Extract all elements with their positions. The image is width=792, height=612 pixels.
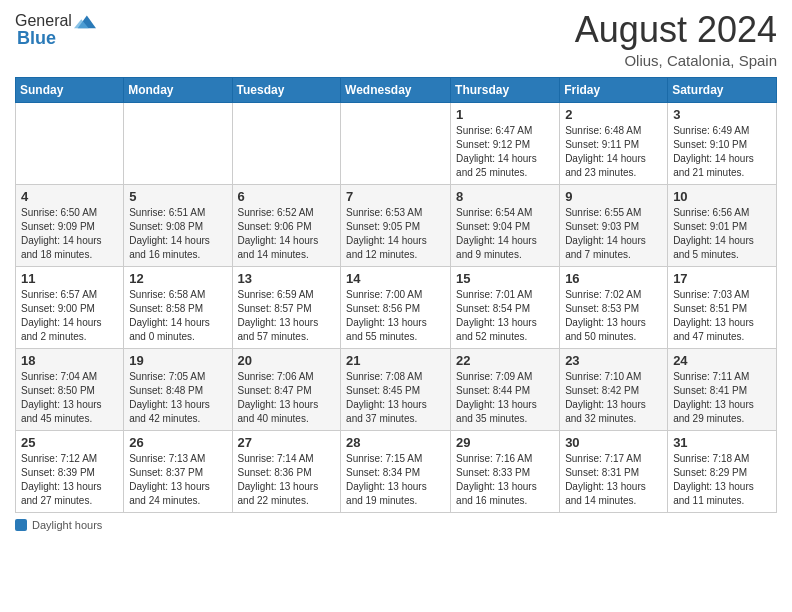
day-number: 25 <box>21 435 118 450</box>
calendar-cell: 25Sunrise: 7:12 AM Sunset: 8:39 PM Dayli… <box>16 430 124 512</box>
calendar-header-row: SundayMondayTuesdayWednesdayThursdayFrid… <box>16 77 777 102</box>
day-info: Sunrise: 6:59 AM Sunset: 8:57 PM Dayligh… <box>238 288 336 344</box>
day-number: 4 <box>21 189 118 204</box>
day-info: Sunrise: 7:15 AM Sunset: 8:34 PM Dayligh… <box>346 452 445 508</box>
calendar-cell: 10Sunrise: 6:56 AM Sunset: 9:01 PM Dayli… <box>668 184 777 266</box>
calendar-cell <box>124 102 232 184</box>
calendar-week-row: 4Sunrise: 6:50 AM Sunset: 9:09 PM Daylig… <box>16 184 777 266</box>
day-info: Sunrise: 6:56 AM Sunset: 9:01 PM Dayligh… <box>673 206 771 262</box>
calendar-cell: 15Sunrise: 7:01 AM Sunset: 8:54 PM Dayli… <box>451 266 560 348</box>
day-info: Sunrise: 7:14 AM Sunset: 8:36 PM Dayligh… <box>238 452 336 508</box>
day-number: 11 <box>21 271 118 286</box>
calendar-cell: 4Sunrise: 6:50 AM Sunset: 9:09 PM Daylig… <box>16 184 124 266</box>
calendar-week-row: 18Sunrise: 7:04 AM Sunset: 8:50 PM Dayli… <box>16 348 777 430</box>
calendar-cell: 28Sunrise: 7:15 AM Sunset: 8:34 PM Dayli… <box>341 430 451 512</box>
calendar-week-row: 25Sunrise: 7:12 AM Sunset: 8:39 PM Dayli… <box>16 430 777 512</box>
calendar-cell: 23Sunrise: 7:10 AM Sunset: 8:42 PM Dayli… <box>560 348 668 430</box>
day-number: 19 <box>129 353 226 368</box>
calendar-cell <box>341 102 451 184</box>
calendar-week-row: 1Sunrise: 6:47 AM Sunset: 9:12 PM Daylig… <box>16 102 777 184</box>
day-info: Sunrise: 6:48 AM Sunset: 9:11 PM Dayligh… <box>565 124 662 180</box>
calendar-cell: 18Sunrise: 7:04 AM Sunset: 8:50 PM Dayli… <box>16 348 124 430</box>
day-info: Sunrise: 6:51 AM Sunset: 9:08 PM Dayligh… <box>129 206 226 262</box>
calendar-cell: 7Sunrise: 6:53 AM Sunset: 9:05 PM Daylig… <box>341 184 451 266</box>
day-info: Sunrise: 7:13 AM Sunset: 8:37 PM Dayligh… <box>129 452 226 508</box>
day-info: Sunrise: 6:55 AM Sunset: 9:03 PM Dayligh… <box>565 206 662 262</box>
calendar-day-header: Friday <box>560 77 668 102</box>
day-number: 26 <box>129 435 226 450</box>
calendar-cell: 24Sunrise: 7:11 AM Sunset: 8:41 PM Dayli… <box>668 348 777 430</box>
calendar-title: August 2024 <box>575 10 777 50</box>
calendar-cell: 3Sunrise: 6:49 AM Sunset: 9:10 PM Daylig… <box>668 102 777 184</box>
day-info: Sunrise: 7:03 AM Sunset: 8:51 PM Dayligh… <box>673 288 771 344</box>
calendar-cell: 30Sunrise: 7:17 AM Sunset: 8:31 PM Dayli… <box>560 430 668 512</box>
day-info: Sunrise: 7:10 AM Sunset: 8:42 PM Dayligh… <box>565 370 662 426</box>
calendar-cell: 8Sunrise: 6:54 AM Sunset: 9:04 PM Daylig… <box>451 184 560 266</box>
calendar-day-header: Tuesday <box>232 77 341 102</box>
day-number: 31 <box>673 435 771 450</box>
calendar-cell: 14Sunrise: 7:00 AM Sunset: 8:56 PM Dayli… <box>341 266 451 348</box>
calendar-day-header: Wednesday <box>341 77 451 102</box>
calendar-table: SundayMondayTuesdayWednesdayThursdayFrid… <box>15 77 777 513</box>
day-number: 14 <box>346 271 445 286</box>
calendar-cell: 11Sunrise: 6:57 AM Sunset: 9:00 PM Dayli… <box>16 266 124 348</box>
day-info: Sunrise: 7:11 AM Sunset: 8:41 PM Dayligh… <box>673 370 771 426</box>
day-info: Sunrise: 7:16 AM Sunset: 8:33 PM Dayligh… <box>456 452 554 508</box>
logo-blue-text: Blue <box>17 28 96 49</box>
day-info: Sunrise: 6:50 AM Sunset: 9:09 PM Dayligh… <box>21 206 118 262</box>
calendar-cell: 29Sunrise: 7:16 AM Sunset: 8:33 PM Dayli… <box>451 430 560 512</box>
calendar-cell: 9Sunrise: 6:55 AM Sunset: 9:03 PM Daylig… <box>560 184 668 266</box>
day-info: Sunrise: 7:17 AM Sunset: 8:31 PM Dayligh… <box>565 452 662 508</box>
calendar-cell: 1Sunrise: 6:47 AM Sunset: 9:12 PM Daylig… <box>451 102 560 184</box>
calendar-cell: 31Sunrise: 7:18 AM Sunset: 8:29 PM Dayli… <box>668 430 777 512</box>
calendar-day-header: Thursday <box>451 77 560 102</box>
day-info: Sunrise: 7:01 AM Sunset: 8:54 PM Dayligh… <box>456 288 554 344</box>
calendar-day-header: Sunday <box>16 77 124 102</box>
day-info: Sunrise: 7:06 AM Sunset: 8:47 PM Dayligh… <box>238 370 336 426</box>
day-number: 20 <box>238 353 336 368</box>
day-number: 12 <box>129 271 226 286</box>
day-info: Sunrise: 7:08 AM Sunset: 8:45 PM Dayligh… <box>346 370 445 426</box>
day-info: Sunrise: 6:47 AM Sunset: 9:12 PM Dayligh… <box>456 124 554 180</box>
day-info: Sunrise: 6:49 AM Sunset: 9:10 PM Dayligh… <box>673 124 771 180</box>
calendar-cell: 12Sunrise: 6:58 AM Sunset: 8:58 PM Dayli… <box>124 266 232 348</box>
day-info: Sunrise: 7:09 AM Sunset: 8:44 PM Dayligh… <box>456 370 554 426</box>
calendar-cell <box>16 102 124 184</box>
calendar-cell: 5Sunrise: 6:51 AM Sunset: 9:08 PM Daylig… <box>124 184 232 266</box>
day-number: 24 <box>673 353 771 368</box>
day-info: Sunrise: 7:12 AM Sunset: 8:39 PM Dayligh… <box>21 452 118 508</box>
day-number: 6 <box>238 189 336 204</box>
calendar-cell: 21Sunrise: 7:08 AM Sunset: 8:45 PM Dayli… <box>341 348 451 430</box>
calendar-cell: 13Sunrise: 6:59 AM Sunset: 8:57 PM Dayli… <box>232 266 341 348</box>
footer: Daylight hours <box>15 519 777 531</box>
day-number: 3 <box>673 107 771 122</box>
calendar-cell: 2Sunrise: 6:48 AM Sunset: 9:11 PM Daylig… <box>560 102 668 184</box>
calendar-cell: 6Sunrise: 6:52 AM Sunset: 9:06 PM Daylig… <box>232 184 341 266</box>
day-number: 18 <box>21 353 118 368</box>
day-number: 7 <box>346 189 445 204</box>
daylight-label: Daylight hours <box>32 519 102 531</box>
day-number: 1 <box>456 107 554 122</box>
day-info: Sunrise: 7:02 AM Sunset: 8:53 PM Dayligh… <box>565 288 662 344</box>
day-info: Sunrise: 7:04 AM Sunset: 8:50 PM Dayligh… <box>21 370 118 426</box>
daylight-icon <box>15 519 27 531</box>
day-number: 15 <box>456 271 554 286</box>
day-info: Sunrise: 7:05 AM Sunset: 8:48 PM Dayligh… <box>129 370 226 426</box>
day-info: Sunrise: 6:52 AM Sunset: 9:06 PM Dayligh… <box>238 206 336 262</box>
day-number: 13 <box>238 271 336 286</box>
calendar-cell: 17Sunrise: 7:03 AM Sunset: 8:51 PM Dayli… <box>668 266 777 348</box>
day-info: Sunrise: 7:18 AM Sunset: 8:29 PM Dayligh… <box>673 452 771 508</box>
day-number: 2 <box>565 107 662 122</box>
calendar-day-header: Monday <box>124 77 232 102</box>
day-info: Sunrise: 6:54 AM Sunset: 9:04 PM Dayligh… <box>456 206 554 262</box>
calendar-cell: 26Sunrise: 7:13 AM Sunset: 8:37 PM Dayli… <box>124 430 232 512</box>
title-block: August 2024 Olius, Catalonia, Spain <box>575 10 777 69</box>
day-number: 30 <box>565 435 662 450</box>
calendar-cell <box>232 102 341 184</box>
day-number: 16 <box>565 271 662 286</box>
calendar-cell: 27Sunrise: 7:14 AM Sunset: 8:36 PM Dayli… <box>232 430 341 512</box>
header: General Blue August 2024 Olius, Cataloni… <box>15 10 777 69</box>
day-number: 29 <box>456 435 554 450</box>
calendar-cell: 20Sunrise: 7:06 AM Sunset: 8:47 PM Dayli… <box>232 348 341 430</box>
calendar-day-header: Saturday <box>668 77 777 102</box>
